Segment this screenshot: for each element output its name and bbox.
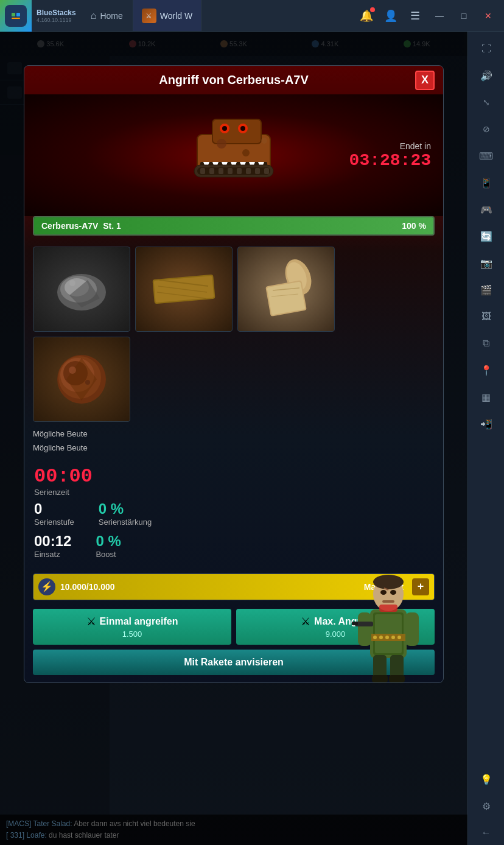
attack-once-icon: ⚔ (86, 615, 96, 628)
attack-dialog: Angriff von Cerberus-A7V X (24, 65, 444, 683)
svg-rect-73 (389, 675, 405, 682)
stat-einsatz: 00:12 Einsatz (34, 533, 71, 563)
stats-row-2: 00:12 Einsatz 0 % Boost (34, 533, 433, 563)
svg-rect-71 (379, 605, 397, 612)
svg-point-2 (217, 139, 226, 149)
svg-rect-63 (382, 600, 394, 603)
attack-once-cost: 1.500 (122, 629, 142, 639)
energy-current: 10.000/10.000 (60, 582, 115, 592)
loot-section (24, 242, 443, 337)
rusty-image (33, 337, 130, 421)
app-name-area: BlueStacks 4.160.10.1119 (32, 9, 81, 23)
menu-button[interactable]: ☰ (404, 5, 426, 27)
slash-icon[interactable]: ⊘ (474, 117, 499, 141)
minimize-button[interactable]: — (429, 5, 450, 27)
svg-rect-24 (246, 168, 251, 174)
svg-rect-23 (237, 168, 242, 174)
dialog-close-button[interactable]: X (415, 71, 435, 90)
phone-icon[interactable]: 📱 (474, 170, 499, 195)
svg-point-4 (261, 138, 267, 144)
stats-section: 00:00 Serienzeit 0 Serienstufe 0 % Serie… (24, 460, 443, 570)
game-area: 35.6K 10.2K 55.3K 4.31K 14.9K (0, 32, 467, 845)
svg-point-62 (390, 590, 396, 595)
einsatz-value: 00:12 (34, 533, 71, 550)
stat-serienstarkung: 0 % Serienstärkung (99, 500, 152, 530)
loot-item-paper (237, 247, 335, 332)
svg-rect-65 (358, 612, 371, 646)
loot-label-2: Mögliche Beute (33, 441, 435, 455)
svg-point-16 (240, 126, 245, 131)
phone2-icon[interactable]: 📲 (474, 412, 499, 436)
svg-rect-22 (228, 168, 233, 174)
svg-point-60 (373, 575, 404, 589)
home-icon: ⌂ (91, 10, 97, 21)
attack-once-button[interactable]: ⚔ Einmal angreifen 1.500 (33, 609, 231, 645)
close-button[interactable]: ✕ (477, 5, 499, 27)
bluestacks-topbar: BlueStacks 4.160.10.1119 ⌂ Home ⚔ World … (0, 0, 504, 32)
rocket-button-label: Mit Rakete anvisieren (184, 657, 284, 667)
rotate-icon[interactable]: 🔄 (474, 224, 499, 248)
back-icon[interactable]: ← (474, 821, 499, 845)
svg-point-49 (85, 380, 90, 385)
loot-item-rusty (33, 337, 130, 422)
svg-rect-66 (405, 612, 419, 646)
location-icon[interactable]: 📍 (474, 358, 499, 382)
bulb-icon[interactable]: 💡 (474, 767, 499, 791)
loot-labels: Mögliche Beute Mögliche Beute (24, 424, 443, 460)
image-icon[interactable]: 🖼 (474, 304, 499, 329)
notification-button[interactable]: 🔔 (355, 5, 377, 27)
timer-area: Endet in 03:28:23 (349, 141, 431, 170)
svg-point-56 (385, 636, 389, 639)
energy-lightning-icon: ⚡ (38, 578, 55, 595)
series-level-label: Serienstufe (34, 517, 74, 527)
volume-icon[interactable]: 🔊 (474, 63, 499, 88)
svg-point-48 (69, 366, 76, 374)
tab-home[interactable]: ⌂ Home (81, 0, 133, 31)
svg-point-58 (397, 636, 401, 639)
progress-bar: Cerberus-A7V St. 1 100 % (33, 216, 435, 236)
svg-rect-25 (255, 168, 260, 174)
keyboard-icon[interactable]: ⌨ (474, 144, 499, 168)
layout-icon[interactable]: ▦ (474, 385, 499, 409)
fullscreen-icon[interactable]: ⛶ (474, 37, 499, 61)
dialog-overlay: Angriff von Cerberus-A7V X (0, 32, 467, 845)
maximize-button[interactable]: □ (453, 5, 475, 27)
account-button[interactable]: 👤 (380, 5, 402, 27)
loot-item-stone (33, 247, 130, 332)
max-attack-icon: ⚔ (301, 615, 310, 628)
tank-svg (179, 104, 289, 195)
tab-home-label: Home (100, 11, 122, 21)
resize-icon[interactable]: ⤡ (474, 90, 499, 114)
loot-section-row2 (24, 337, 443, 424)
attack-once-label: Einmal angreifen (100, 616, 178, 627)
loot-label-1: Mögliche Beute (33, 427, 435, 441)
svg-rect-19 (200, 168, 205, 174)
stats-row-1: 0 Serienstufe 0 % Serienstärkung (34, 500, 433, 530)
paper-image (238, 247, 334, 331)
bluestacks-logo (0, 0, 32, 32)
stone-image (33, 247, 130, 331)
camera-icon[interactable]: 📷 (474, 251, 499, 275)
video-icon[interactable]: 🎬 (474, 278, 499, 302)
series-strength-label: Serienstärkung (99, 517, 152, 527)
stat-boost: 0 % Boost (96, 533, 121, 563)
series-strength-value: 0 % (99, 500, 152, 517)
gamepad-icon[interactable]: 🎮 (474, 197, 499, 222)
svg-point-61 (380, 590, 387, 595)
dialog-header: Angriff von Cerberus-A7V X (24, 66, 443, 94)
svg-point-55 (379, 636, 383, 639)
timer-label: Endet in (349, 141, 431, 151)
series-time-value: 00:00 (34, 465, 433, 488)
tab-world[interactable]: ⚔ World W (133, 0, 201, 31)
tank-area: Endet in 03:28:23 (24, 94, 443, 216)
svg-point-54 (373, 636, 377, 639)
timer-value: 03:28:23 (349, 151, 431, 170)
progress-section: Cerberus-A7V St. 1 100 % (24, 216, 443, 242)
app-version: 4.160.10.1119 (37, 17, 76, 23)
svg-rect-20 (209, 168, 214, 174)
settings-icon[interactable]: ⚙ (474, 794, 499, 818)
layers-icon[interactable]: ⧉ (474, 331, 499, 356)
wood-image (136, 247, 232, 331)
app-name: BlueStacks (37, 9, 76, 17)
svg-point-15 (222, 126, 227, 131)
